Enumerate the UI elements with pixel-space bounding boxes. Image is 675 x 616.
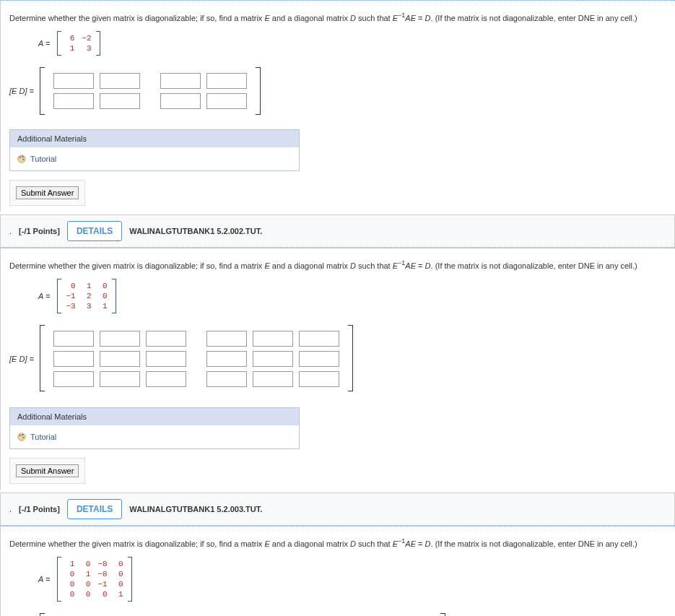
matrix-cell: −8 <box>97 570 107 578</box>
matrix-cell: 0 <box>115 580 123 589</box>
matrix-A: 10−8001−8000−100001 <box>57 557 131 602</box>
D-input-cell[interactable] <box>253 351 293 367</box>
bullet: . <box>9 227 12 235</box>
D-input-cell[interactable] <box>206 331 247 347</box>
matrix-cell: 6 <box>66 34 74 43</box>
question-reference: WALINALGTUTBANK1 5.2.002.TUT. <box>129 227 262 235</box>
D-input-cell[interactable] <box>206 73 247 89</box>
ED-input-matrix <box>40 325 353 393</box>
bullet: . <box>9 505 12 513</box>
E-input-cell[interactable] <box>100 331 140 347</box>
matrix-cell: 0 <box>82 560 90 568</box>
matrix-cell: −2 <box>82 34 91 43</box>
svg-point-4 <box>18 433 26 441</box>
E-input-cell[interactable] <box>53 351 94 367</box>
palette-icon <box>17 155 26 163</box>
matrix-A-label: A = <box>38 39 50 48</box>
matrix-definition: A =10−8001−8000−100001 <box>38 557 666 602</box>
D-input-cell[interactable] <box>299 331 339 347</box>
question-header: .[-/1 Points]DETAILSWALINALGTUTBANK1 5.2… <box>0 493 675 526</box>
points-label: [-/1 Points] <box>19 227 60 235</box>
submit-row: Submit Answer <box>9 180 85 206</box>
matrix-cell: 1 <box>83 282 92 290</box>
matrix-cell: 1 <box>99 302 108 311</box>
details-button[interactable]: DETAILS <box>67 499 122 519</box>
E-input-cell[interactable] <box>146 371 186 387</box>
D-input-cell[interactable] <box>253 371 293 387</box>
matrix-definition: A =010−120−331 <box>38 279 666 313</box>
matrix-cell: 3 <box>82 44 91 53</box>
E-input-cell[interactable] <box>100 93 140 109</box>
D-input-cell[interactable] <box>299 351 339 367</box>
D-input-cell[interactable] <box>206 351 247 367</box>
matrix-cell: 2 <box>83 292 92 300</box>
matrix-cell: 0 <box>82 580 90 589</box>
D-input-cell[interactable] <box>206 93 247 109</box>
svg-point-0 <box>18 155 26 163</box>
D-input-cell[interactable] <box>160 93 201 109</box>
additional-materials-header: Additional Materials <box>10 130 299 147</box>
prompt-text: Determine whether the given matrix is di… <box>9 11 666 24</box>
matrix-cell: 0 <box>66 282 75 290</box>
E-input-cell[interactable] <box>146 351 186 367</box>
palette-icon <box>17 433 26 441</box>
E-input-cell[interactable] <box>146 331 186 347</box>
matrix-A-label: A = <box>38 575 50 584</box>
ED-input-matrix <box>40 613 445 616</box>
matrix-A: 010−120−331 <box>57 279 116 313</box>
additional-materials-box: Additional MaterialsTutorial <box>9 129 300 171</box>
D-input-cell[interactable] <box>206 371 247 387</box>
ED-input-matrix <box>40 67 261 115</box>
E-input-cell[interactable] <box>53 93 94 109</box>
D-input-cell[interactable] <box>253 331 293 347</box>
question-reference: WALINALGTUTBANK1 5.2.003.TUT. <box>129 505 262 513</box>
matrix-cell: 0 <box>99 282 108 290</box>
D-input-cell[interactable] <box>160 73 201 89</box>
answer-row: [E D] = <box>9 613 666 616</box>
matrix-cell: −1 <box>66 292 75 300</box>
E-input-cell[interactable] <box>100 351 140 367</box>
ED-label: [E D] = <box>9 87 34 95</box>
matrix-cell: 0 <box>66 590 74 599</box>
submit-answer-button[interactable]: Submit Answer <box>16 186 79 199</box>
matrix-definition: A =6−213 <box>38 31 666 56</box>
prompt-text: Determine whether the given matrix is di… <box>9 537 666 550</box>
matrix-cell: −1 <box>97 580 107 589</box>
matrix-cell: −8 <box>97 560 107 568</box>
matrix-cell: 0 <box>97 590 107 599</box>
svg-point-5 <box>19 435 21 436</box>
svg-point-1 <box>19 157 21 158</box>
D-input-cell[interactable] <box>299 371 339 387</box>
matrix-cell: 3 <box>83 302 92 311</box>
svg-point-2 <box>22 156 23 157</box>
prompt-text: Determine whether the given matrix is di… <box>9 259 666 272</box>
matrix-cell: 1 <box>115 590 123 599</box>
matrix-cell: 0 <box>99 292 108 300</box>
details-button[interactable]: DETAILS <box>67 221 122 241</box>
matrix-cell: 0 <box>66 570 74 578</box>
E-input-cell[interactable] <box>53 331 94 347</box>
tutorial-link[interactable]: Tutorial <box>30 155 56 163</box>
points-label: [-/1 Points] <box>19 505 60 513</box>
submit-answer-button[interactable]: Submit Answer <box>16 464 79 477</box>
tutorial-link[interactable]: Tutorial <box>30 433 56 441</box>
ED-label: [E D] = <box>9 355 34 363</box>
question-header: .[-/1 Points]DETAILSWALINALGTUTBANK1 5.2… <box>0 214 675 248</box>
matrix-A-label: A = <box>38 292 50 300</box>
E-input-cell[interactable] <box>100 371 140 387</box>
svg-point-7 <box>22 437 24 438</box>
additional-materials-header: Additional Materials <box>10 408 299 425</box>
matrix-cell: 1 <box>66 560 74 568</box>
matrix-cell: 1 <box>82 570 90 578</box>
E-input-cell[interactable] <box>100 73 140 89</box>
additional-materials-box: Additional MaterialsTutorial <box>9 407 300 449</box>
question-body: Determine whether the given matrix is di… <box>0 526 675 616</box>
submit-row: Submit Answer <box>9 458 85 484</box>
matrix-A: 6−213 <box>57 31 100 56</box>
answer-row: [E D] = <box>9 325 666 393</box>
E-input-cell[interactable] <box>53 73 94 89</box>
svg-point-3 <box>22 159 24 160</box>
E-input-cell[interactable] <box>53 371 94 387</box>
matrix-cell: −3 <box>66 302 75 311</box>
matrix-cell: 0 <box>115 560 123 568</box>
